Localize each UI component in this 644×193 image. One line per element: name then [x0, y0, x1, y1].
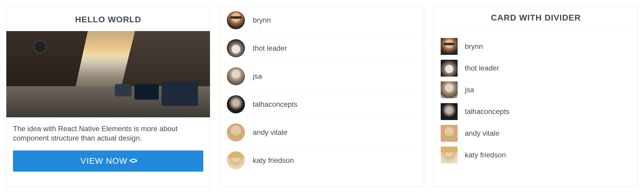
list-item-name: katy friedson	[253, 156, 294, 165]
avatar	[441, 38, 458, 55]
view-now-button[interactable]: VIEW NOW <>	[13, 150, 203, 172]
list-item-name: thot leader	[465, 64, 499, 72]
list-item-name: thot leader	[253, 44, 287, 52]
avatar	[441, 103, 458, 120]
avatar	[227, 151, 245, 169]
list-item[interactable]: katy friedson	[220, 147, 424, 174]
list-item[interactable]: andy vitale	[220, 119, 424, 147]
card-description: The idea with React Native Elements is m…	[6, 117, 210, 148]
list-item: brynn	[441, 36, 631, 57]
avatar	[227, 39, 245, 57]
list-item: talhaconcepts	[441, 101, 631, 122]
list-item-name: talhaconcepts	[253, 100, 297, 109]
list-item: jsa	[441, 79, 631, 101]
list-item-name: andy vitale	[253, 128, 287, 137]
list-item-name: jsa	[253, 72, 262, 81]
code-icon: <>	[129, 157, 136, 166]
card-title: CARD WITH DIVIDER	[441, 13, 631, 29]
list-item-name: katy friedson	[465, 151, 506, 159]
divider	[441, 29, 631, 30]
card-hero-image	[6, 31, 210, 117]
list-item: katy friedson	[441, 144, 631, 166]
list-item[interactable]: talhaconcepts	[220, 90, 424, 119]
list-item-name: andy vitale	[465, 129, 500, 138]
list-item: thot leader	[441, 57, 631, 79]
card-title: HELLO WORLD	[6, 6, 210, 31]
list-item[interactable]: jsa	[220, 62, 424, 90]
avatar	[227, 95, 245, 113]
list-item-name: talhaconcepts	[465, 107, 509, 116]
list-item: andy vitale	[441, 122, 631, 144]
avatar	[441, 147, 458, 163]
avatar	[227, 67, 245, 85]
avatar	[441, 125, 458, 142]
list-item-name: jsa	[465, 86, 474, 94]
avatar	[441, 81, 458, 98]
list-item[interactable]: brynn	[220, 6, 424, 34]
avatar	[441, 60, 458, 77]
list-item-name: brynn	[465, 42, 483, 51]
list-item-name: brynn	[253, 16, 271, 24]
avatar	[227, 11, 245, 29]
avatar	[227, 123, 245, 141]
list-item[interactable]: thot leader	[220, 34, 424, 62]
hello-world-card: HELLO WORLD The idea with React Native E…	[6, 6, 210, 187]
user-list-card: brynn thot leader jsa talhaconcepts andy…	[220, 6, 424, 187]
view-now-label: VIEW NOW	[81, 156, 128, 166]
card-with-divider: CARD WITH DIVIDER brynn thot leader jsa …	[434, 6, 638, 187]
